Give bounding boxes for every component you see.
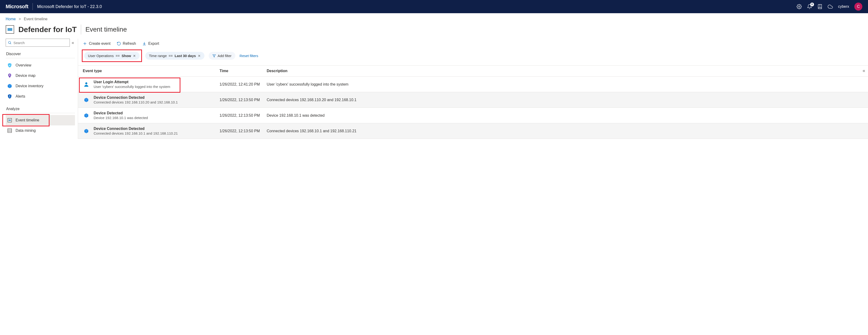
timeline-icon bbox=[7, 118, 12, 123]
export-button[interactable]: Export bbox=[142, 41, 159, 46]
filter-icon bbox=[213, 54, 216, 58]
event-description: User 'cyberx' successfully logged into t… bbox=[267, 82, 863, 87]
filter-value: Last 30 days bbox=[175, 54, 196, 58]
sidebar-item-label: Alerts bbox=[16, 94, 25, 98]
top-header-bar: Microsoft Microsoft Defender for IoT - 2… bbox=[0, 0, 868, 13]
search-icon bbox=[8, 41, 11, 44]
main-content: Create event Refresh Export User Operati… bbox=[78, 39, 868, 139]
cube-icon bbox=[7, 84, 12, 89]
sidebar-item-alerts[interactable]: Alerts bbox=[6, 91, 75, 101]
event-time: 1/26/2022, 12:13:50 PM bbox=[220, 129, 267, 133]
filter-key: Time range bbox=[149, 54, 167, 58]
event-title: Device Connection Detected bbox=[94, 95, 178, 100]
svg-rect-8 bbox=[8, 120, 10, 121]
panel-collapse-icon[interactable]: « bbox=[863, 68, 865, 73]
brand-logo: Microsoft bbox=[6, 3, 28, 10]
sidebar-item-label: Data mining bbox=[16, 128, 36, 133]
create-event-label: Create event bbox=[89, 41, 111, 46]
bell-icon[interactable]: 0 bbox=[807, 4, 812, 9]
sidebar-item-device-inventory[interactable]: Device inventory bbox=[6, 81, 75, 91]
add-filter-label: Add filter bbox=[218, 54, 231, 58]
cloud-icon[interactable] bbox=[828, 4, 833, 9]
sidebar-item-label: Overview bbox=[16, 63, 31, 67]
event-title: Device Detected bbox=[94, 111, 148, 115]
title-divider bbox=[81, 25, 81, 34]
event-time: 1/26/2022, 12:13:50 PM bbox=[220, 113, 267, 118]
search-box[interactable] bbox=[6, 39, 70, 47]
close-icon[interactable]: ✕ bbox=[198, 54, 201, 58]
table-row[interactable]: Device Connection DetectedConnected devi… bbox=[78, 123, 868, 139]
event-text: Device Connection DetectedConnected devi… bbox=[94, 95, 178, 104]
shield-alert-icon bbox=[7, 94, 12, 99]
sidebar-item-label: Device inventory bbox=[16, 84, 43, 88]
svg-point-2 bbox=[8, 41, 10, 43]
event-text: Device Connection DetectedConnected devi… bbox=[94, 127, 178, 135]
book-icon[interactable] bbox=[817, 4, 823, 9]
event-text: Device DetectedDevice 192.168.10.1 was d… bbox=[94, 111, 148, 120]
cube-icon bbox=[83, 127, 90, 134]
table-row[interactable]: User Login AttemptUser 'cyberx' successf… bbox=[78, 77, 868, 92]
add-filter-button[interactable]: Add filter bbox=[209, 52, 235, 60]
refresh-icon bbox=[117, 41, 121, 46]
sidebar-item-label: Event timeline bbox=[16, 118, 39, 122]
breadcrumb-separator: > bbox=[19, 17, 21, 21]
event-title: User Login Attempt bbox=[94, 80, 170, 84]
filter-op: == bbox=[168, 54, 173, 58]
reset-filters-link[interactable]: Reset filters bbox=[240, 54, 258, 58]
table-row[interactable]: Device DetectedDevice 192.168.10.1 was d… bbox=[78, 108, 868, 123]
create-event-button[interactable]: Create event bbox=[83, 41, 111, 46]
svg-marker-16 bbox=[213, 55, 216, 57]
nav-section-analyze: Analyze bbox=[6, 107, 75, 111]
svg-point-4 bbox=[9, 74, 10, 76]
search-input[interactable] bbox=[13, 41, 68, 45]
sidebar: « Discover OverviewDevice mapDevice inve… bbox=[0, 39, 78, 139]
event-text: User Login AttemptUser 'cyberx' successf… bbox=[94, 80, 170, 89]
sidebar-item-overview[interactable]: Overview bbox=[6, 60, 75, 70]
sidebar-item-label: Device map bbox=[16, 73, 35, 78]
cube-icon bbox=[83, 112, 90, 119]
event-time: 1/26/2022, 12:41:20 PM bbox=[220, 82, 267, 87]
page-title-row: Defender for IoT Event timeline bbox=[0, 21, 868, 39]
svg-point-17 bbox=[85, 82, 88, 84]
event-title: Device Connection Detected bbox=[94, 127, 178, 131]
breadcrumb: Home > Event timeline bbox=[0, 13, 868, 21]
event-description: Connected devices 192.168.110.20 and 192… bbox=[267, 98, 863, 102]
breadcrumb-home-link[interactable]: Home bbox=[6, 17, 16, 21]
cube-icon bbox=[83, 96, 90, 103]
event-subtitle: Device 192.168.10.1 was detected bbox=[94, 116, 148, 120]
svg-rect-9 bbox=[8, 129, 12, 133]
event-description: Device 192.168.10.1 was detected bbox=[267, 113, 863, 118]
sidebar-item-data-mining[interactable]: Data mining bbox=[6, 125, 75, 136]
nav-divider bbox=[6, 113, 75, 113]
shield-check-icon bbox=[7, 63, 12, 68]
nav-section-discover: Discover bbox=[6, 52, 75, 56]
filter-row: User Operations == Show ✕ Time range == … bbox=[78, 49, 868, 65]
page-subtitle: Event timeline bbox=[85, 26, 127, 33]
event-time: 1/26/2022, 12:13:50 PM bbox=[220, 98, 267, 102]
sidebar-item-device-map[interactable]: Device map bbox=[6, 70, 75, 81]
plus-icon bbox=[83, 41, 87, 46]
app-title: Microsoft Defender for IoT - 22.3.0 bbox=[37, 4, 102, 9]
nav-divider bbox=[6, 58, 75, 58]
event-table: « Event type Time Description User Login… bbox=[78, 65, 868, 139]
gear-icon[interactable] bbox=[797, 4, 802, 9]
bell-badge: 0 bbox=[810, 3, 814, 6]
page-title: Defender for IoT bbox=[19, 25, 76, 34]
avatar[interactable]: C bbox=[854, 3, 862, 10]
col-header-desc: Description bbox=[267, 69, 863, 73]
download-icon bbox=[142, 41, 147, 46]
sidebar-item-event-timeline[interactable]: Event timeline bbox=[6, 115, 75, 125]
pin-icon bbox=[7, 73, 12, 78]
event-description: Connected devices 192.168.10.1 and 192.1… bbox=[267, 129, 863, 133]
toolbar: Create event Refresh Export bbox=[78, 39, 868, 49]
filter-pill-time-range[interactable]: Time range == Last 30 days ✕ bbox=[145, 52, 205, 60]
topbar-right-group: 0 cyberx C bbox=[797, 3, 862, 10]
col-header-time: Time bbox=[220, 69, 267, 73]
search-row: « bbox=[6, 39, 75, 47]
event-subtitle: User 'cyberx' successfully logged into t… bbox=[94, 85, 170, 89]
refresh-button[interactable]: Refresh bbox=[117, 41, 136, 46]
data-icon bbox=[7, 128, 12, 133]
svg-point-0 bbox=[799, 6, 800, 7]
sidebar-collapse-icon[interactable]: « bbox=[71, 39, 75, 46]
table-row[interactable]: Device Connection DetectedConnected devi… bbox=[78, 92, 868, 108]
